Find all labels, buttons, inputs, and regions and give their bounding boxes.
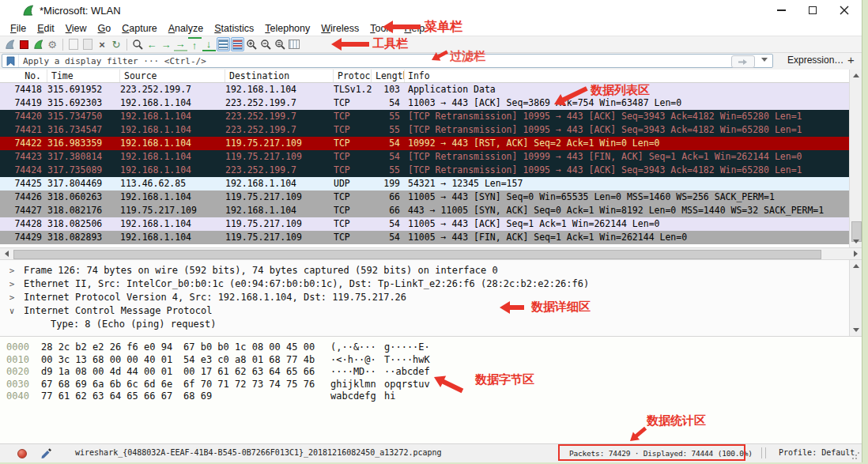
scroll-left-arrow[interactable] bbox=[0, 248, 13, 259]
packet-row-74426[interactable]: 74426318.060263192.168.1.104119.75.217.1… bbox=[0, 191, 850, 204]
add-filter-button[interactable]: + bbox=[847, 53, 855, 66]
packet-row-74424[interactable]: 74424317.735089192.168.1.104223.252.199.… bbox=[0, 164, 850, 177]
column-header-protocol[interactable]: Protocol bbox=[334, 70, 372, 82]
column-header-destination[interactable]: Destination bbox=[225, 70, 334, 82]
packet-row-74421[interactable]: 74421316.734547192.168.1.104223.252.199.… bbox=[0, 123, 850, 137]
reload-file-icon[interactable]: ↻ bbox=[110, 37, 123, 51]
packet-row-74425[interactable]: 74425317.804469113.46.62.85192.168.1.104… bbox=[0, 177, 850, 191]
resize-columns-icon[interactable] bbox=[288, 37, 301, 51]
scroll-right-arrow[interactable] bbox=[849, 248, 862, 259]
packet-row-74419[interactable]: 74419315.692303192.168.1.104223.252.199.… bbox=[0, 96, 850, 110]
packet-cell: [TCP Retransmission] 10995 → 443 [ACK] S… bbox=[405, 110, 850, 123]
menu-item-file[interactable]: File bbox=[5, 23, 32, 34]
menu-item-wireless[interactable]: Wireless bbox=[315, 23, 364, 34]
packet-row-74429[interactable]: 74429318.082893192.168.1.104119.75.217.1… bbox=[0, 231, 850, 244]
packet-cell: 55 bbox=[372, 123, 405, 137]
capture-stop-icon[interactable] bbox=[17, 37, 31, 51]
save-file-icon[interactable] bbox=[81, 37, 95, 51]
expression-button[interactable]: Expression… bbox=[787, 55, 843, 66]
hex-row[interactable]: 0020d9 1a 08 00 4d 44 00 0100 17 61 62 6… bbox=[0, 366, 440, 379]
open-file-icon[interactable] bbox=[67, 37, 81, 51]
menu-item-statistics[interactable]: Statistics bbox=[209, 23, 259, 34]
detail-line[interactable]: >Ethernet II, Src: IntelCor_b0:b0:1c (e0… bbox=[0, 277, 846, 291]
capture-start-icon[interactable] bbox=[3, 37, 17, 51]
packet-row-74422[interactable]: 74422316.983359192.168.1.104119.75.217.1… bbox=[0, 137, 850, 150]
minimize-icon bbox=[777, 9, 786, 11]
menu-item-capture[interactable]: Capture bbox=[116, 23, 162, 34]
scroll-down-arrow[interactable] bbox=[850, 236, 862, 247]
scroll-up-arrow[interactable] bbox=[850, 260, 862, 272]
scroll-thumb[interactable] bbox=[13, 250, 821, 259]
capture-restart-icon[interactable] bbox=[32, 37, 45, 51]
hex-row[interactable]: 000028 2c b2 e2 26 f6 e0 9467 b0 b0 1c 0… bbox=[0, 341, 440, 354]
minimize-button[interactable] bbox=[765, 0, 797, 21]
menu-item-help[interactable]: Help bbox=[398, 23, 430, 34]
auto-scroll-icon[interactable] bbox=[217, 37, 230, 51]
filter-dropdown-caret[interactable] bbox=[761, 58, 768, 62]
detail-line[interactable]: >Frame 126: 74 bytes on wire (592 bits),… bbox=[0, 264, 846, 277]
menu-item-view[interactable]: View bbox=[60, 23, 92, 34]
maximize-button[interactable] bbox=[797, 0, 828, 21]
expert-info-icon[interactable] bbox=[17, 449, 27, 458]
packet-row-74418[interactable]: 74418315.691952223.252.199.7192.168.1.10… bbox=[0, 83, 850, 96]
zoom-reset-icon[interactable] bbox=[274, 37, 287, 51]
packet-cell: 66 bbox=[372, 204, 405, 217]
go-top-icon[interactable]: ↑ bbox=[188, 37, 202, 51]
menu-item-edit[interactable]: Edit bbox=[32, 23, 60, 34]
column-header-no[interactable]: No. bbox=[0, 70, 47, 82]
scroll-down-arrow[interactable] bbox=[850, 324, 862, 336]
menu-item-tools[interactable]: Tools bbox=[364, 23, 398, 34]
find-packet-icon[interactable] bbox=[131, 37, 145, 51]
packet-row-74427[interactable]: 74427318.082176119.75.217.109192.168.1.1… bbox=[0, 204, 850, 217]
apply-filter-button[interactable] bbox=[731, 55, 755, 68]
hex-row[interactable]: 003067 68 69 6a 6b 6c 6d 6e6f 70 71 72 7… bbox=[0, 379, 440, 391]
profile-label[interactable]: Profile: Default bbox=[779, 448, 855, 457]
packet-cell: 11003 → 443 [ACK] Seq=3869 Ack=754 Win=6… bbox=[405, 96, 850, 110]
packet-cell: 315.691952 bbox=[47, 83, 120, 96]
go-back-icon[interactable]: ← bbox=[145, 37, 159, 51]
packet-row-74420[interactable]: 74420315.734750192.168.1.104223.252.199.… bbox=[0, 110, 850, 123]
expand-arrow-icon[interactable]: > bbox=[0, 264, 24, 277]
detail-line[interactable]: >Internet Protocol Version 4, Src: 192.1… bbox=[0, 291, 846, 304]
packet-cell: 317.735089 bbox=[47, 164, 120, 177]
colorize-icon[interactable] bbox=[231, 37, 244, 51]
packet-cell: TCP bbox=[334, 123, 372, 137]
zoom-out-icon[interactable] bbox=[259, 37, 273, 51]
packet-cell: [TCP Retransmission] 10995 → 443 [ACK] S… bbox=[405, 123, 850, 137]
column-header-info[interactable]: Info bbox=[405, 70, 850, 82]
menu-item-go[interactable]: Go bbox=[92, 23, 117, 34]
close-file-icon[interactable]: × bbox=[96, 37, 109, 51]
hex-row[interactable]: 001000 3c 13 68 00 00 40 0154 e3 c0 a8 0… bbox=[0, 354, 440, 367]
column-header-time[interactable]: Time bbox=[47, 70, 120, 82]
packet-list-vscrollbar[interactable] bbox=[849, 70, 862, 247]
close-button[interactable] bbox=[828, 0, 860, 21]
packet-cell: 54 bbox=[372, 231, 405, 244]
column-header-length[interactable]: Length bbox=[372, 70, 405, 82]
display-filter-input[interactable]: Apply a display filter ··· <Ctrl-/> bbox=[2, 54, 773, 68]
go-to-packet-icon[interactable]: → bbox=[174, 37, 187, 51]
expand-arrow-icon[interactable]: ∨ bbox=[0, 304, 24, 318]
packet-list-hscrollbar[interactable] bbox=[0, 247, 862, 260]
capture-comment-icon[interactable] bbox=[41, 447, 52, 462]
menu-item-analyze[interactable]: Analyze bbox=[163, 23, 209, 34]
zoom-in-icon[interactable] bbox=[245, 37, 259, 51]
detail-line[interactable]: Type: 8 (Echo (ping) request) bbox=[0, 318, 846, 331]
expand-arrow-icon[interactable]: > bbox=[0, 277, 24, 291]
hex-row[interactable]: 004077 61 62 63 64 65 66 6768 69wabcdefg… bbox=[0, 390, 440, 403]
details-vscrollbar[interactable] bbox=[849, 260, 862, 336]
column-header-source[interactable]: Source bbox=[120, 70, 225, 82]
packet-cell: 54 bbox=[372, 150, 405, 164]
scroll-up-arrow[interactable] bbox=[850, 70, 862, 81]
menu-item-telephony[interactable]: Telephony bbox=[259, 23, 315, 34]
packet-row-74423[interactable]: 74423317.380814192.168.1.104119.75.217.1… bbox=[0, 150, 850, 164]
packet-cell: Application Data bbox=[405, 83, 850, 96]
bookmark-icon[interactable] bbox=[2, 55, 19, 67]
go-forward-icon[interactable]: → bbox=[160, 37, 173, 51]
go-bottom-icon[interactable]: ↓ bbox=[202, 37, 216, 51]
capture-options-icon[interactable]: ⚙ bbox=[46, 37, 59, 51]
packet-cell: 192.168.1.104 bbox=[120, 123, 225, 137]
expand-arrow-icon[interactable]: > bbox=[0, 291, 24, 304]
toolbar-separator bbox=[126, 39, 127, 51]
packet-row-74428[interactable]: 74428318.082506192.168.1.104119.75.217.1… bbox=[0, 217, 850, 231]
detail-line[interactable]: ∨Internet Control Message Protocol bbox=[0, 304, 846, 318]
